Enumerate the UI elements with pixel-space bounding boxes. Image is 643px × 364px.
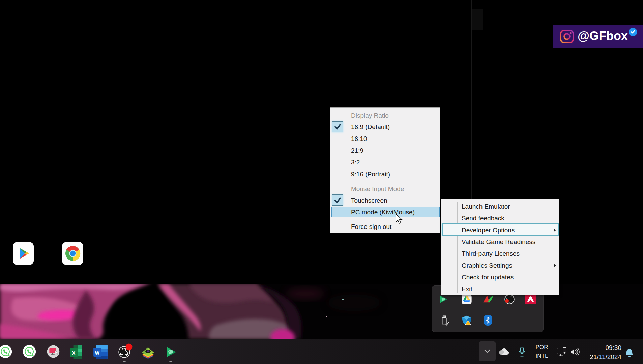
- svg-text:X: X: [72, 350, 76, 356]
- svg-text:W: W: [95, 350, 100, 356]
